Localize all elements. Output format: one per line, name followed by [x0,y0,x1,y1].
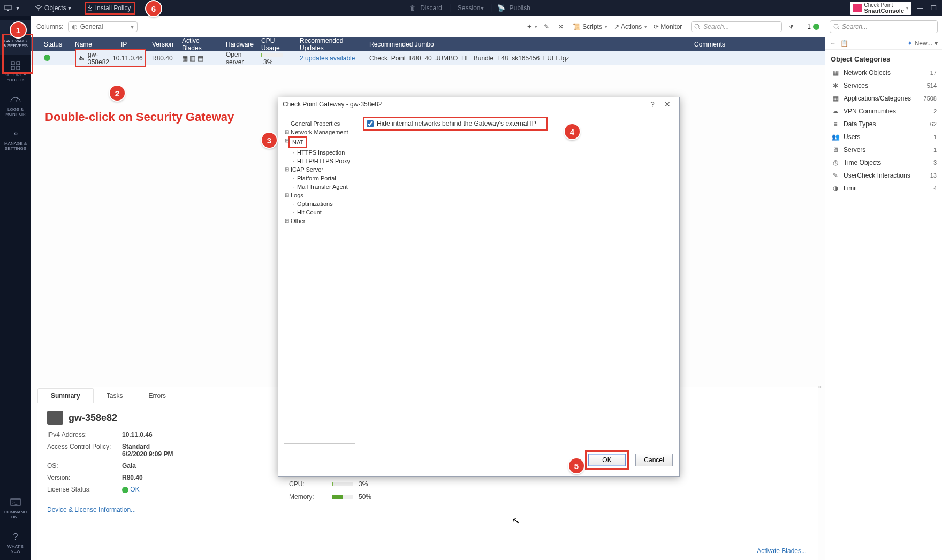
list-icon[interactable]: ≣ [853,40,858,47]
left-navigation: GATEWAYS & SERVERS SECURITY POLICIES LOG… [0,16,31,560]
category-count: 1 [933,134,937,140]
window-minimize[interactable]: — [915,4,925,12]
category-count: 62 [930,121,937,127]
tree-nat[interactable]: NAT [285,136,354,148]
dialog-help-button[interactable]: ? [645,100,660,109]
tree-https[interactable]: HTTPS Inspection [292,148,354,157]
actions-menu[interactable]: ↗Actions [614,23,647,30]
th-name[interactable]: Name [72,41,118,48]
columns-select[interactable]: General [68,21,138,32]
cell-version: R80.40 [149,55,179,62]
dialog-ok-button[interactable]: OK [588,454,626,466]
publish-button[interactable]: Publish [507,4,533,12]
nav-whats-new[interactable]: ? WHAT'S NEW [0,526,31,560]
hide-internal-input[interactable] [367,120,374,127]
annotation-bubble-1: 1 [11,22,26,37]
th-cpu[interactable]: CPU Usage [258,37,297,52]
category-count: 17 [930,70,937,76]
tree-logs[interactable]: Logs [285,191,354,200]
objects-label: Objects [44,4,66,12]
table-row[interactable]: 🖧 gw-358e82 10.11.0.46 R80.40 ▦ ▥ ▤ Open… [31,51,825,65]
th-version[interactable]: Version [149,41,179,48]
nav-logs-monitor[interactable]: LOGS & MONITOR [0,89,31,123]
dialog-titlebar[interactable]: Check Point Gateway - gw-358e82 ? ✕ [278,97,679,111]
th-updates[interactable]: Recommended Updates [297,37,366,52]
object-categories-title: Object Categories [825,50,942,66]
tree-network[interactable]: Network Management [285,128,354,136]
delete-button[interactable]: ✕ [558,23,566,30]
tab-tasks[interactable]: Tasks [94,389,136,403]
activate-blades-link[interactable]: Activate Blades... [757,547,807,555]
category-row[interactable]: ▦Network Objects17 [825,66,942,79]
tree-hit[interactable]: Hit Count [292,208,354,217]
tab-summary[interactable]: Summary [37,388,94,403]
brand-badge: Check Point SmartConsole ▾ [850,2,911,15]
ok-dot-icon [813,24,819,30]
row-count: 1 [807,23,819,30]
category-row[interactable]: ☁VPN Communities2 [825,105,942,118]
filter-button[interactable]: ⧩ [788,23,796,30]
collapse-chevron-icon[interactable]: » [818,383,822,390]
tree-opt[interactable]: Optimizations [292,200,354,208]
category-row[interactable]: ▦Applications/Categories7508 [825,92,942,105]
device-license-link[interactable]: Device & License Information... [47,506,136,513]
category-row[interactable]: ✎UserCheck Interactions13 [825,169,942,182]
dialog-cancel-button[interactable]: Cancel [635,454,673,466]
session-menu[interactable]: Session ▾ [455,4,486,12]
dialog-tree[interactable]: General Properties Network Management NA… [284,117,355,444]
nav-command-line[interactable]: >_ COMMAND LINE [0,492,31,526]
category-row[interactable]: ◑Limit4 [825,182,942,195]
paste-icon[interactable]: 📋 [840,40,848,47]
grid-search-input[interactable]: Search... [691,21,782,32]
back-icon[interactable]: ← [830,40,836,47]
th-blades[interactable]: Active Blades [179,37,223,52]
app-menu[interactable]: ▾ [0,0,24,16]
monitor-button[interactable]: ⟳Monitor [654,23,685,30]
tree-proxy[interactable]: HTTP/HTTPS Proxy [292,157,354,165]
edit-button[interactable]: ✎ [544,23,552,30]
new-star-button[interactable]: ✦ [527,23,537,30]
scripts-menu[interactable]: 📜Scripts [573,23,607,30]
nav-manage-settings[interactable]: ⚙ MANAGE & SETTINGS [0,123,31,157]
gauge-icon [10,96,21,103]
th-hardware[interactable]: Hardware [223,41,258,48]
svg-line-11 [16,98,18,102]
hide-internal-checkbox[interactable]: Hide internal networks behind the Gatewa… [363,117,548,131]
discard-button[interactable]: Discard [418,4,444,12]
dialog-close-button[interactable]: ✕ [660,100,675,109]
tab-errors[interactable]: Errors [135,389,179,403]
new-object-button[interactable]: ✦New... ▾ [907,40,938,47]
category-label: UserCheck Interactions [844,172,910,179]
svg-line-19 [838,28,839,29]
cell-updates[interactable]: 2 updates available [297,55,366,62]
th-status[interactable]: Status [41,41,72,48]
th-jumbo[interactable]: Recommended Jumbo [366,41,691,48]
objects-menu[interactable]: Objects ▾ [31,0,75,16]
category-row[interactable]: 🖥Servers1 [825,143,942,156]
tree-icap[interactable]: ICAP Server [285,165,354,174]
window-restore[interactable]: ❐ [929,4,939,12]
th-ip[interactable]: IP [118,41,149,48]
annotation-box-1 [2,34,33,74]
objects-search-input[interactable]: Search... [830,20,938,33]
category-row[interactable]: ◷Time Objects3 [825,156,942,169]
gateway-cell[interactable]: 🖧 gw-358e82 10.11.0.46 [75,49,146,67]
svg-rect-1 [7,10,9,11]
tree-portal[interactable]: Platform Portal [292,174,354,182]
tree-other[interactable]: Other [285,217,354,225]
tree-mta[interactable]: Mail Transfer Agent [292,182,354,191]
objects-toolbar: ← 📋 ≣ ✦New... ▾ [825,37,942,50]
ok-highlight: OK [585,450,629,470]
tree-general[interactable]: General Properties [285,119,354,128]
category-count: 4 [933,185,937,191]
blade-icon: ▦ ▥ ▤ [182,55,203,62]
th-comments[interactable]: Comments [691,41,825,48]
svg-line-15 [698,28,700,29]
ipv4-value: 10.11.0.46 [122,431,229,439]
table-body: 🖧 gw-358e82 10.11.0.46 R80.40 ▦ ▥ ▤ Open… [31,51,825,67]
category-row[interactable]: ✱Services514 [825,79,942,92]
category-icon: ▦ [831,95,840,102]
category-row[interactable]: 👥Users1 [825,131,942,143]
category-row[interactable]: ≡Data Types62 [825,118,942,131]
annotation-bubble-2: 2 [110,86,125,101]
